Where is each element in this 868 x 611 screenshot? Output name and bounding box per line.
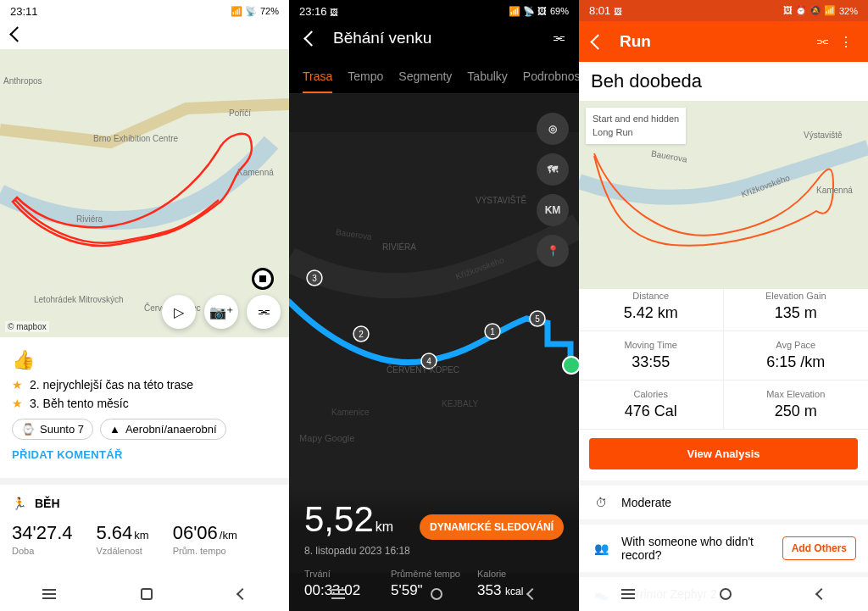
mapbox-attrib: © mapbox [5, 321, 49, 332]
tab-segmenty[interactable]: Segmenty [398, 63, 452, 93]
status-bar: 23:16 🖼 📶 📡 🖼 69% [289, 0, 579, 22]
map-area[interactable]: 3 2 4 1 5 VÝSTAVIŠTĚ RIVIÉRA ČERVENÝ KOP… [289, 94, 579, 611]
stat-pace: 06'06/kmPrům. tempo [173, 522, 237, 556]
dynamic-tracking-button[interactable]: DYNAMICKÉ SLEDOVÁNÍ [420, 514, 564, 540]
svg-rect-0 [0, 49, 289, 337]
back-icon[interactable] [8, 25, 25, 42]
phone-strava: 8:01 🖼 🖼 ⏰ 🔕 📶 32% Run ⫘ ⋮ Beh doobeda S… [579, 0, 868, 611]
back-icon[interactable] [589, 33, 606, 50]
svg-text:1: 1 [490, 327, 495, 336]
back-nav-icon[interactable] [236, 588, 248, 600]
back-nav-icon[interactable] [526, 588, 538, 600]
status-icons: 📶 📡 72% [231, 6, 279, 17]
clock: 23:11 [10, 5, 38, 18]
km-toggle[interactable]: KM [537, 194, 569, 226]
achievement-row[interactable]: ★2. nejrychlejší čas na této trase [12, 378, 277, 392]
effort-row[interactable]: ⏱Moderate [579, 486, 868, 519]
stat-distance: 5.64kmVzdálenost [97, 522, 149, 556]
recents-icon[interactable] [331, 593, 345, 595]
app-header: Run ⫘ ⋮ [579, 21, 868, 62]
people-icon: 👥 [591, 542, 611, 555]
stat-moving-time: Moving Time33:55 [579, 331, 724, 380]
page-title: Běhání venku [333, 29, 538, 47]
svg-text:2: 2 [359, 330, 364, 339]
status-icons: 📶 📡 🖼 69% [509, 6, 569, 17]
add-comment-link[interactable]: PŘIDAT KOMENTÁŘ [12, 448, 277, 461]
activity-date: 8. listopadu 2023 16:18 [304, 545, 564, 557]
home-icon[interactable] [431, 588, 442, 600]
stat-elevation-gain: Elevation Gain135 m [724, 282, 869, 331]
workout-type-tag[interactable]: ▲Aerobní/anaerobní [100, 419, 226, 440]
tab-bar: Trasa Tempo Segmenty Tabulky Podrobnosti [289, 54, 579, 94]
section-header: 🏃BĚH [0, 478, 289, 519]
distance-value: 5,52 [304, 499, 374, 539]
stat-calories: Calories476 Cal [579, 380, 724, 430]
clock: 8:01 [589, 4, 610, 17]
with-others-row[interactable]: 👥With someone who didn't record?Add Othe… [579, 525, 868, 572]
add-others-button[interactable]: Add Others [782, 536, 856, 560]
triangle-icon: ▲ [109, 423, 120, 436]
svg-text:3: 3 [312, 274, 317, 283]
recents-icon[interactable] [42, 593, 56, 595]
tab-tempo[interactable]: Tempo [348, 63, 383, 93]
pin-icon[interactable]: 📍 [537, 235, 569, 267]
stats-grid: Distance5.42 km Elevation Gain135 m Movi… [579, 282, 868, 430]
play-button[interactable]: ▷ [162, 295, 196, 329]
svg-text:5: 5 [535, 314, 540, 324]
achievement-row[interactable]: ★3. Běh tento měsíc [12, 397, 277, 410]
view-analysis-button[interactable]: View Analysis [589, 438, 858, 469]
back-nav-icon[interactable] [815, 588, 827, 600]
map-area[interactable]: Start and end hidden Long Run Bauerova K… [579, 101, 868, 282]
tab-podrobnosti[interactable]: Podrobnosti [523, 63, 579, 93]
locate-icon[interactable]: ◎ [537, 113, 569, 145]
thumbs-up-icon[interactable]: 👍 [12, 349, 277, 371]
android-navbar[interactable] [289, 577, 579, 611]
phone-huawei-health: 23:16 🖼 📶 📡 🖼 69% Běhání venku ⫘ Trasa T… [289, 0, 579, 611]
back-icon[interactable] [303, 30, 320, 47]
camera-icon[interactable]: 📷⁺ [204, 295, 238, 329]
page-title: Run [620, 32, 810, 51]
map-area[interactable]: Anthropos Brno Exhibition Centre Riviéra… [0, 49, 289, 337]
map-attrib: Mapy Google [289, 433, 354, 443]
home-icon[interactable] [720, 588, 732, 600]
star-icon: ★ [12, 378, 23, 392]
android-navbar[interactable] [579, 577, 868, 611]
stat-avg-pace: Avg Pace6:15 /km [724, 331, 869, 380]
share-icon[interactable]: ⫘ [552, 31, 565, 46]
stat-distance: Distance5.42 km [579, 282, 724, 331]
status-bar: 8:01 🖼 🖼 ⏰ 🔕 📶 32% [579, 0, 868, 21]
device-tag[interactable]: ⌚Suunto 7 [12, 419, 93, 440]
svg-point-12 [563, 357, 579, 374]
phone-suunto: 23:11 📶 📡 72% Anthropos Brno Exhibition … [0, 0, 289, 611]
share-icon[interactable]: ⫘ [247, 295, 281, 329]
watch-icon: ⌚ [21, 423, 35, 436]
stat-duration: 34'27.4Doba [12, 522, 73, 556]
activity-name: Beh doobeda [579, 62, 868, 101]
status-bar: 23:11 📶 📡 72% [0, 0, 289, 22]
recents-icon[interactable] [621, 593, 635, 595]
runner-icon: 🏃 [12, 497, 26, 510]
gauge-icon: ⏱ [591, 496, 611, 509]
status-icons: 🖼 ⏰ 🔕 📶 32% [783, 5, 858, 16]
stat-max-elevation: Max Elevation250 m [724, 380, 869, 430]
android-navbar[interactable] [0, 577, 289, 611]
tab-trasa[interactable]: Trasa [303, 63, 332, 93]
home-icon[interactable] [141, 588, 153, 600]
map-note: Start and end hidden Long Run [586, 108, 686, 144]
share-icon[interactable]: ⫘ [810, 34, 834, 49]
topbar [0, 22, 289, 49]
layers-icon[interactable]: 🗺 [537, 153, 569, 186]
tab-tabulky[interactable]: Tabulky [467, 63, 507, 93]
clock: 23:16 [299, 5, 327, 18]
star-icon: ★ [12, 397, 23, 410]
stop-marker-icon [252, 268, 274, 290]
more-icon[interactable]: ⋮ [834, 34, 858, 50]
